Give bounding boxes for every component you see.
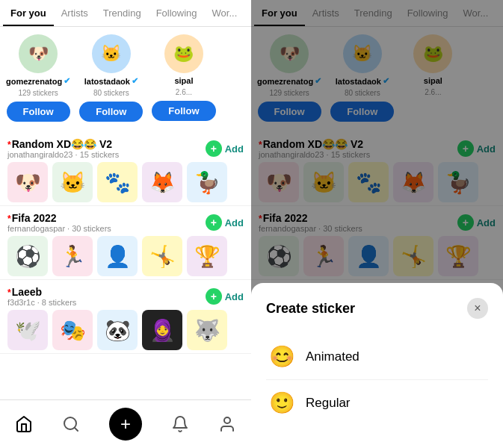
sticker-thumbs-1: 🐶 🐱 🐾 🦊 🦆 bbox=[7, 162, 244, 202]
pack-random-xd-left: Random XD😂😂 V2 jonathangiraldo23 · 15 st… bbox=[0, 132, 251, 206]
pack-header-2: Fifa 2022 fernandogaspar · 30 stickers +… bbox=[7, 212, 244, 233]
tab-trending-left[interactable]: Trending bbox=[96, 0, 149, 26]
packs-container-left: Random XD😂😂 V2 jonathangiraldo23 · 15 st… bbox=[0, 129, 251, 399]
regular-icon: 🙂 bbox=[269, 391, 295, 415]
pack-meta-2: fernandogaspar · 30 stickers bbox=[7, 224, 111, 233]
left-panel: For you Artists Trending Following Wor..… bbox=[0, 0, 251, 448]
creator-name-2: latostadaok ✔ bbox=[84, 76, 138, 86]
creator-avatar-1: 🐶 bbox=[19, 34, 58, 73]
sticker-2-5: 🏆 bbox=[187, 236, 227, 276]
creator-name-3: sipal bbox=[174, 76, 193, 85]
search-icon[interactable] bbox=[61, 414, 81, 434]
pack-meta-1: jonathangiraldo23 · 15 stickers bbox=[7, 150, 119, 159]
creator-avatar-2: 🐱 bbox=[92, 34, 131, 73]
modal-close-button[interactable]: × bbox=[467, 298, 488, 319]
creator-stickers-1: 129 stickers bbox=[18, 89, 58, 97]
verified-icon-1: ✔ bbox=[64, 76, 70, 86]
home-icon[interactable] bbox=[14, 414, 34, 434]
sticker-2-4: 🤸 bbox=[142, 236, 182, 276]
follow-btn-1[interactable]: Follow bbox=[7, 102, 70, 122]
add-btn-2[interactable]: + Add bbox=[206, 214, 244, 231]
creator-stickers-3: 2.6... bbox=[176, 88, 192, 96]
create-sticker-modal: Create sticker × 😊 Animated 🙂 Regular bbox=[251, 283, 503, 448]
creators-row-left: 🐶 gomezrenatog ✔ 129 stickers Follow 🐱 l… bbox=[0, 27, 251, 129]
verified-icon-2: ✔ bbox=[132, 76, 138, 86]
pack-header-3: Laeeb f3d3r1c · 8 stickers + Add bbox=[7, 286, 244, 307]
sticker-3-4: 🧕 bbox=[142, 310, 182, 350]
profile-icon[interactable] bbox=[217, 414, 237, 434]
sticker-2-1: ⚽ bbox=[7, 236, 48, 276]
pack-meta-3: f3d3r1c · 8 stickers bbox=[7, 298, 76, 307]
follow-btn-2[interactable]: Follow bbox=[79, 102, 143, 122]
tab-wor-left[interactable]: Wor... bbox=[205, 0, 245, 26]
modal-option-animated[interactable]: 😊 Animated bbox=[266, 334, 488, 380]
add-button[interactable]: + bbox=[109, 408, 142, 441]
tab-artists-left[interactable]: Artists bbox=[54, 0, 96, 26]
add-btn-3[interactable]: + Add bbox=[206, 288, 244, 305]
sticker-1-2: 🐱 bbox=[52, 162, 93, 202]
pack-title-1: Random XD😂😂 V2 bbox=[7, 138, 119, 150]
bell-icon[interactable] bbox=[170, 414, 190, 434]
creator-card-2: 🐱 latostadaok ✔ 80 stickers Follow bbox=[79, 34, 143, 122]
sticker-3-5: 🐺 bbox=[187, 310, 227, 350]
whatsapp-add-icon-2: + bbox=[206, 214, 222, 231]
creator-stickers-2: 80 stickers bbox=[93, 89, 129, 97]
pack-title-2: Fifa 2022 bbox=[7, 212, 111, 224]
right-panel: For you Artists Trending Following Wor..… bbox=[251, 0, 503, 448]
sticker-1-1: 🐶 bbox=[7, 162, 48, 202]
sticker-2-2: 🏃 bbox=[52, 236, 93, 276]
sticker-1-3: 🐾 bbox=[97, 162, 138, 202]
modal-header: Create sticker × bbox=[266, 298, 488, 319]
sticker-1-4: 🦊 bbox=[142, 162, 182, 202]
modal-option-regular[interactable]: 🙂 Regular bbox=[266, 380, 488, 426]
sticker-3-2: 🎭 bbox=[52, 310, 93, 350]
creator-card-1: 🐶 gomezrenatog ✔ 129 stickers Follow bbox=[6, 34, 70, 122]
add-btn-1[interactable]: + Add bbox=[206, 140, 244, 157]
creator-card-3: 🐸 sipal 2.6... Follow bbox=[152, 34, 215, 122]
svg-line-1 bbox=[75, 428, 78, 431]
pack-fifa-left: Fifa 2022 fernandogaspar · 30 stickers +… bbox=[0, 206, 251, 280]
sticker-thumbs-3: 🕊️ 🎭 🐼 🧕 🐺 bbox=[7, 310, 244, 350]
whatsapp-add-icon-3: + bbox=[206, 288, 222, 305]
pack-laeeb-left: Laeeb f3d3r1c · 8 stickers + Add 🕊️ 🎭 🐼 … bbox=[0, 280, 251, 354]
follow-btn-3[interactable]: Follow bbox=[152, 101, 215, 121]
pack-header-1: Random XD😂😂 V2 jonathangiraldo23 · 15 st… bbox=[7, 138, 244, 159]
bottom-nav-left: + bbox=[0, 399, 251, 448]
animated-label: Animated bbox=[306, 349, 359, 364]
svg-point-2 bbox=[224, 417, 230, 423]
sticker-3-1: 🕊️ bbox=[7, 310, 48, 350]
modal-title: Create sticker bbox=[266, 301, 355, 317]
regular-label: Regular bbox=[306, 396, 351, 411]
tab-following-left[interactable]: Following bbox=[149, 0, 205, 26]
tab-for-you-left[interactable]: For you bbox=[3, 0, 54, 26]
animated-icon: 😊 bbox=[269, 344, 295, 369]
sticker-3-3: 🐼 bbox=[97, 310, 138, 350]
sticker-thumbs-2: ⚽ 🏃 👤 🤸 🏆 bbox=[7, 236, 244, 276]
sticker-2-3: 👤 bbox=[97, 236, 138, 276]
left-tabs: For you Artists Trending Following Wor..… bbox=[0, 0, 251, 27]
whatsapp-add-icon-1: + bbox=[206, 140, 222, 157]
creator-avatar-3: 🐸 bbox=[164, 34, 203, 73]
creator-name-1: gomezrenatog ✔ bbox=[6, 76, 70, 86]
sticker-1-5: 🦆 bbox=[187, 162, 227, 202]
pack-title-3: Laeeb bbox=[7, 286, 76, 298]
